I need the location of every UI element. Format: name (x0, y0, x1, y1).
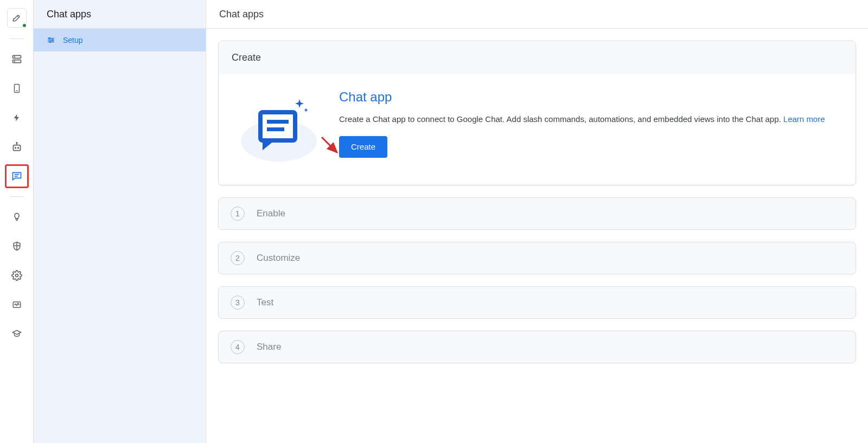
rail-item-mobile[interactable] (5, 76, 29, 100)
svg-rect-23 (267, 120, 289, 124)
step-number: 2 (231, 251, 245, 265)
rail-item-bots[interactable] (5, 135, 29, 159)
sidebar: Chat apps Setup (34, 0, 206, 443)
step-number: 3 (231, 296, 245, 310)
svg-line-25 (322, 137, 337, 152)
phone-icon (12, 83, 22, 94)
server-icon (11, 54, 22, 65)
svg-point-8 (17, 147, 18, 149)
rail-item-servers[interactable] (5, 47, 29, 71)
rocket-icon (12, 13, 22, 23)
rail-item-triggers[interactable] (5, 106, 29, 130)
create-card-description: Create a Chat app to connect to Google C… (339, 112, 843, 126)
create-card: Create (218, 41, 856, 185)
svg-point-2 (14, 56, 15, 57)
rail-item-chat[interactable] (5, 164, 29, 188)
svg-rect-22 (260, 112, 295, 140)
tune-icon (47, 36, 55, 44)
svg-point-20 (49, 41, 51, 43)
step-test[interactable]: 3 Test (218, 286, 856, 319)
step-label: Test (257, 297, 273, 308)
svg-point-10 (16, 143, 17, 144)
bolt-icon (12, 112, 21, 123)
rail-item-settings[interactable] (5, 264, 29, 287)
main: Chat apps Create (206, 0, 868, 443)
step-number: 1 (231, 207, 245, 221)
lightbulb-icon (12, 211, 22, 222)
graduation-icon (11, 329, 22, 339)
step-enable[interactable]: 1 Enable (218, 197, 856, 230)
create-button[interactable]: Create (339, 136, 387, 158)
step-label: Customize (257, 253, 300, 264)
step-customize[interactable]: 2 Customize (218, 242, 856, 274)
svg-point-13 (15, 274, 18, 277)
sidebar-item-label: Setup (63, 36, 83, 44)
svg-point-18 (49, 37, 50, 39)
learn-more-link[interactable]: Learn more (783, 114, 825, 124)
step-number: 4 (231, 340, 245, 354)
sidebar-item-setup[interactable]: Setup (34, 29, 206, 52)
status-dot-icon (22, 23, 27, 28)
rail-item-learn[interactable] (5, 322, 29, 346)
create-card-section-title: Create (219, 41, 856, 74)
rail-divider (10, 196, 24, 197)
svg-rect-24 (267, 127, 284, 131)
sidebar-title: Chat apps (34, 0, 206, 29)
svg-point-7 (15, 147, 16, 149)
rail-item-monitoring[interactable] (5, 293, 29, 317)
step-share[interactable]: 4 Share (218, 331, 856, 363)
rail-item-security[interactable] (5, 234, 29, 258)
svg-rect-6 (13, 145, 20, 151)
create-card-title: Chat app (339, 89, 843, 105)
svg-point-3 (14, 61, 15, 62)
robot-icon (11, 142, 22, 152)
shield-icon (12, 241, 22, 252)
page-title: Chat apps (206, 0, 868, 29)
chat-illustration (232, 89, 324, 165)
rail-item-home[interactable] (7, 8, 27, 28)
gear-icon (11, 270, 22, 281)
step-label: Enable (257, 208, 285, 219)
rail-item-ideas[interactable] (5, 205, 29, 229)
svg-point-19 (52, 40, 53, 41)
monitor-icon (11, 300, 22, 310)
icon-rail (0, 0, 34, 443)
rail-divider (10, 38, 24, 39)
chat-icon (11, 171, 22, 182)
step-label: Share (257, 342, 281, 352)
